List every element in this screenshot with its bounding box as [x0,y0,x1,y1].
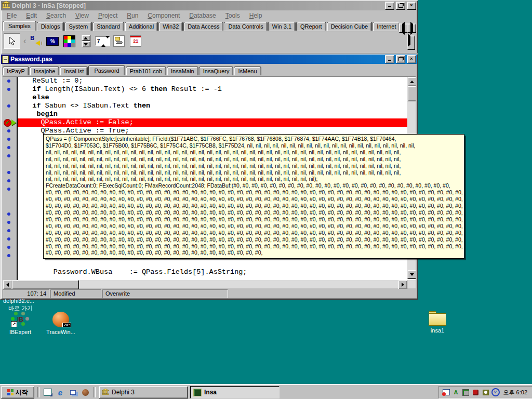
editor-tab-prab101-cob[interactable]: Prab101.cob [126,66,166,75]
code-line: begin [18,110,407,118]
editor-tab-insalist[interactable]: InsaList [60,66,88,75]
breakpoint-icon[interactable]: ✓ [4,119,11,127]
main-titlebar[interactable]: Delphi 3 - InSa [Stopped] × [1,1,417,10]
menu-item-project[interactable]: Project [94,11,122,20]
editor-close-button[interactable]: × [407,55,416,63]
editor-restore-button[interactable] [396,55,405,63]
component-colorgrid[interactable] [62,34,76,48]
component-directoryoutline[interactable] [112,34,126,48]
menu-item-view[interactable]: View [71,11,94,20]
delphi-main-window: Delphi 3 - InSa [Stopped] × FileEditSear… [0,0,418,55]
palette-tabs-scroll-right-icon[interactable] [407,23,416,33]
scroll-up-icon[interactable] [407,77,416,86]
editor-titlebar[interactable]: Password.pas × [1,55,417,64]
tray-ime-korean-icon[interactable]: A [452,388,460,396]
horizontal-scroll-thumb[interactable] [11,280,79,289]
ibexpert-icon: IB ↗ [11,312,30,327]
scroll-right-icon[interactable] [398,280,407,289]
editor-tab-ispayp[interactable]: IsPayP [3,66,29,75]
tooltip-text-line: nil, nil, nil, nil, nil, nil, nil, nil, … [46,163,464,169]
component-spinedit[interactable]: 7 [96,34,109,48]
tray-nvidia-icon[interactable] [482,388,490,396]
component-calendar[interactable]: 21 [129,34,142,48]
editor-tab-password[interactable]: Password [88,65,125,75]
minimize-button[interactable] [385,2,394,10]
desktop-label-delphi32[interactable]: delphi32.e... [3,298,34,304]
menu-item-component[interactable]: Component [143,11,184,20]
menu-item-file[interactable]: File [2,11,21,20]
menu-item-tools[interactable]: Tools [221,11,245,20]
editor-tab-insaquery[interactable]: InsaQuery [199,66,234,75]
task-button-delphi3[interactable]: Delphi 3 [99,386,188,398]
editor-tab-ismenu[interactable]: IsMenu [234,66,261,75]
palette-tab-system[interactable]: System [64,22,92,31]
compiled-line-dot [7,88,10,91]
current-execution-line: QPass.Active := False; [18,118,407,127]
tray-v3-antivirus-icon[interactable]: V [491,388,500,396]
palette-tab-additional[interactable]: Additional [125,22,158,31]
palette-separator: ‹ [23,36,26,46]
close-button[interactable]: × [407,2,416,10]
palette-tab-data-controls[interactable]: Data Controls [224,22,267,31]
menu-item-edit[interactable]: Edit [21,11,42,20]
palette-tab-samples[interactable]: Samples [3,21,36,31]
compiled-line-dot [7,154,10,157]
palette-scroll-right-icon[interactable] [407,35,415,50]
horizontal-scrollbar[interactable] [3,280,416,288]
editor-tab-insajohe[interactable]: Insajohe [30,66,60,75]
channels-icon[interactable] [80,387,90,397]
outlook-express-icon[interactable] [68,387,78,397]
palette-tab-win32[interactable]: Win32 [158,22,183,31]
compiled-line-dot [7,79,10,83]
editor-minimize-button[interactable] [385,55,394,63]
scroll-down-icon[interactable] [407,270,416,279]
menu-item-help[interactable]: Help [245,11,267,20]
menu-item-run[interactable]: Run [122,11,143,20]
restore-button[interactable] [396,2,405,10]
compiled-line-dot [7,237,10,241]
menu-item-search[interactable]: Search [42,11,71,20]
start-button[interactable]: 시작 [1,386,34,398]
taskbar: 시작 e Delphi 3 Insa A [0,384,532,399]
compiled-line-dot [7,212,10,216]
compiled-line-dot [7,146,10,149]
insa-app-icon [193,389,202,396]
palette-tab-qreport[interactable]: QReport [296,22,326,31]
scroll-left-icon[interactable] [3,280,12,289]
palette-tab-win-3-1[interactable]: Win 3.1 [268,22,296,31]
internet-explorer-icon[interactable]: e [55,387,65,397]
desktop-label-shortcut[interactable]: 바로 가기 [8,304,33,312]
palette-tab-dialogs[interactable]: Dialogs [37,22,64,31]
desktop-icon-ibexpert[interactable]: IB ↗ IBExpert [5,312,35,335]
debug-evaluation-tooltip: QPass = (FComponentStyle:[csInheritable]… [43,134,464,259]
code-line: if Sabun <> ISabun.Text then [18,102,407,110]
selection-pointer-button[interactable] [4,33,20,49]
tray-red-app-icon[interactable] [472,388,480,396]
menu-item-database[interactable]: Database [184,11,220,20]
vertical-scroll-thumb[interactable] [407,86,416,101]
tray-display-icon[interactable] [462,388,470,396]
tray-scheduler-icon[interactable] [442,388,450,396]
palette-tab-internet[interactable]: Internet [373,22,399,31]
desktop-icon-tracewin[interactable]: ZIP TraceWin... [44,312,78,335]
palette-tab-decision-cube[interactable]: Decision Cube [327,22,373,31]
palette-tab-standard[interactable]: Standard [92,22,124,31]
task-button-insa[interactable]: Insa [190,386,280,398]
show-desktop-icon[interactable] [43,387,53,397]
tooltip-text-line: $1F704D0, $1F7053C, $1F75B00, $1F75B6C, … [46,142,464,149]
status-modified: Modified [50,289,101,298]
tooltip-text-line: FCreateDataCount:0; FExecSqlCount:0; FMa… [46,182,464,189]
component-ibeventalerter[interactable]: B [29,34,43,48]
tooltip-text-line: QPass = (FComponentStyle:[csInheritable]… [46,136,464,142]
system-tray: A V 오후 6:02 [438,386,532,398]
palette-tab-data-access[interactable]: Data Access [183,22,223,31]
tooltip-text-line: #0, #0, #0, #0, #0, #0, #0, #0, #0, #0, … [46,243,464,250]
tooltip-text-line: #0, #0, #0, #0, #0, #0, #0, #0, #0, #0, … [46,230,464,236]
component-gauge[interactable]: % [46,34,59,48]
editor-window-title: Password.pas [10,56,383,63]
component-spinbutton[interactable] [79,34,92,48]
editor-tab-insamain[interactable]: InsaMain [167,66,198,75]
tooltip-text-line: #0, #0, #0, #0, #0, #0, #0, #0, #0, #0, … [46,203,464,209]
desktop-icon-insa1[interactable]: insa1 [422,313,453,334]
palette-tabs-scroll-left-icon[interactable] [399,23,408,33]
